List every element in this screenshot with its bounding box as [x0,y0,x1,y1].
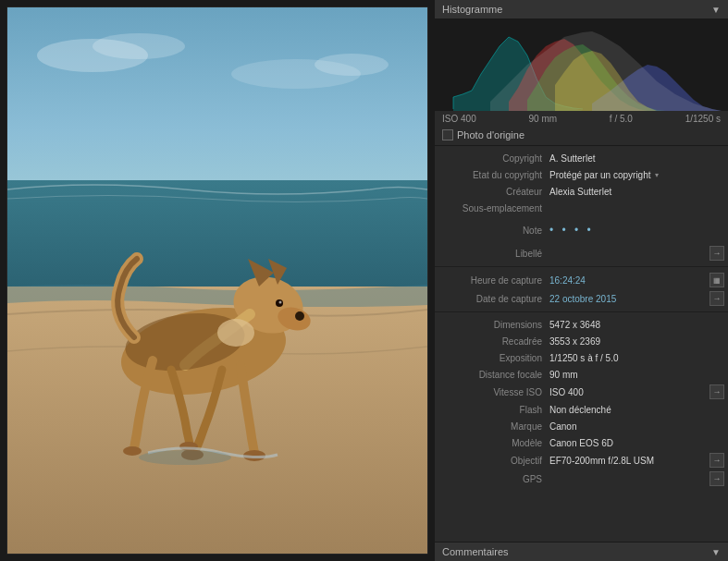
dimensions-value: 5472 x 3648 [549,320,724,330]
svg-point-16 [279,301,282,304]
modele-label: Modèle [438,438,549,448]
heure-value: 16:24:24 [549,275,708,286]
photo-origin-checkbox[interactable] [442,129,453,140]
flash-row: Flash Non déclenché [435,401,728,418]
histogram-collapse-icon[interactable]: ▼ [711,5,721,15]
heure-row: Heure de capture 16:24:24 ▦ [435,271,728,289]
histogram-meta: ISO 400 90 mm f / 5.0 1/1250 s [435,111,728,127]
focale-label: Distance focale [438,370,549,380]
exposition-row: Exposition 1/1250 s à f / 5.0 [435,349,728,366]
shutter-value: 1/1250 s [685,114,721,124]
objectif-value: EF70-200mm f/2.8L USM [549,456,708,466]
right-panel: Histogramme ▼ [435,0,728,561]
creator-value: Alexia Sutterlet [549,187,724,197]
aperture-value: f / 5.0 [610,114,633,124]
histogram-header: Histogramme ▼ [435,0,728,18]
commentaires-expand-icon: ▼ [711,547,721,557]
date-label: Date de capture [438,294,549,304]
date-edit-btn[interactable]: → [709,291,724,306]
copyright-status-row: Etat du copyright Protégé par un copyrig… [435,166,728,183]
objectif-edit-btn[interactable]: → [709,453,724,468]
recadree-value: 3553 x 2369 [549,336,724,347]
svg-rect-7 [7,180,427,300]
creator-row: Créateur Alexia Sutterlet [435,183,728,200]
marque-value: Canon [549,421,724,432]
svg-point-20 [123,446,142,456]
copyright-row: Copyright A. Sutterlet [435,150,728,166]
recadree-row: Recadrée 3553 x 2369 [435,333,728,349]
note-value[interactable]: • • • • [549,224,724,237]
photo-origin-row: Photo d'origine [435,127,728,145]
histogram-canvas [435,18,728,111]
iso-value: ISO 400 [442,114,476,124]
creator-label: Créateur [438,187,549,197]
photo-origin-label: Photo d'origine [457,129,524,140]
dimensions-row: Dimensions 5472 x 3648 [435,316,728,333]
sous-emplacement-row: Sous-emplacement [435,200,728,216]
gps-edit-btn[interactable]: → [709,471,724,486]
svg-point-23 [139,450,231,465]
iso-row: Vitesse ISO ISO 400 → [435,383,728,401]
commentaires-label: Commentaires [442,546,509,557]
heure-label: Heure de capture [438,275,549,286]
copyright-status-label: Etat du copyright [438,170,549,180]
dimensions-label: Dimensions [438,320,549,330]
histogram-section: ISO 400 90 mm f / 5.0 1/1250 s Photo d'o… [435,18,728,146]
sous-emplacement-label: Sous-emplacement [438,203,549,213]
gps-label: GPS [438,474,549,484]
gps-row: GPS → [435,470,728,488]
libelle-label: Libellé [438,249,549,259]
objectif-row: Objectif EF70-200mm f/2.8L USM → [435,451,728,470]
libelle-edit-btn[interactable]: → [709,246,724,261]
histogram-title: Histogramme [442,4,502,15]
copyright-status-dropdown[interactable]: Protégé par un copyright ▾ [549,170,659,180]
marque-row: Marque Canon [435,418,728,434]
date-value: 22 octobre 2015 [549,294,708,304]
marque-label: Marque [438,421,549,432]
iso-meta-value: ISO 400 [549,387,708,397]
photo-panel [0,0,435,561]
libelle-row: Libellé → [435,244,728,262]
exposition-label: Exposition [438,353,549,363]
copyright-status-value: Protégé par un copyright [549,170,651,180]
copyright-label: Copyright [438,153,549,164]
recadree-label: Recadrée [438,336,549,347]
modele-row: Modèle Canon EOS 6D [435,434,728,451]
exposition-value: 1/1250 s à f / 5.0 [549,353,724,363]
flash-value: Non déclenché [549,405,724,415]
flash-label: Flash [438,405,549,415]
objectif-label: Objectif [438,456,549,466]
iso-label: Vitesse ISO [438,387,549,397]
note-row: Note • • • • [435,222,728,238]
svg-point-4 [93,33,185,59]
svg-point-6 [315,54,389,76]
iso-edit-btn[interactable]: → [709,384,724,399]
svg-point-22 [217,319,254,347]
metadata-section[interactable]: Copyright A. Sutterlet Etat du copyright… [435,146,728,542]
heure-edit-btn[interactable]: ▦ [709,273,724,287]
focale-value: 90 mm [549,370,724,380]
svg-point-12 [295,311,304,321]
note-label: Note [438,226,549,236]
copyright-value: A. Sutterlet [549,153,724,164]
focal-value: 90 mm [528,114,557,124]
commentaires-header[interactable]: Commentaires ▼ [435,542,728,561]
date-row: Date de capture 22 octobre 2015 → [435,289,728,308]
modele-value: Canon EOS 6D [549,438,724,448]
focale-row: Distance focale 90 mm [435,366,728,383]
copyright-dropdown-arrow: ▾ [655,171,659,179]
